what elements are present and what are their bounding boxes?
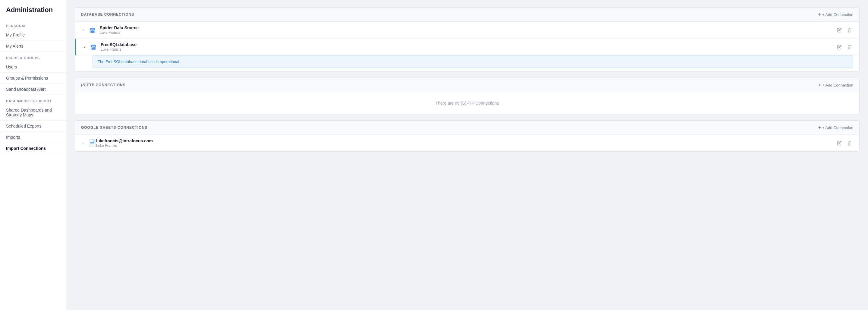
spider-edit-button[interactable] (836, 27, 843, 33)
freesql-row-actions (836, 44, 853, 50)
sidebar-item-my-profile[interactable]: My Profile (0, 30, 66, 41)
chevron-right-icon-gs: › (83, 141, 84, 145)
add-db-connection-button[interactable]: + + Add Connection (818, 12, 853, 17)
lukefrancis-delete-button[interactable] (846, 140, 853, 146)
sidebar-section-users-groups: USERS & GROUPS (0, 52, 66, 61)
sidebar: Administration PERSONAL My Profile My Al… (0, 0, 66, 310)
sidebar-item-send-broadcast[interactable]: Send Broadcast Alert (0, 84, 66, 95)
add-sftp-connection-button[interactable]: + + Add Connection (818, 82, 853, 88)
sftp-connections-title: (S)FTP CONNECTIONS (81, 83, 126, 87)
database-connections-header: DATABASE CONNECTIONS + + Add Connection (75, 7, 859, 22)
freesql-edit-button[interactable] (836, 44, 843, 50)
sftp-plus-icon: + (818, 82, 821, 88)
sidebar-section-data-import-export: DATA IMPORT & EXPORT (0, 95, 66, 105)
sftp-connections-card: (S)FTP CONNECTIONS + + Add Connection Th… (75, 78, 860, 114)
add-sftp-connection-label: + Add Connection (822, 83, 853, 87)
add-gs-connection-label: + Add Connection (822, 125, 853, 130)
sidebar-item-my-alerts[interactable]: My Alerts (0, 41, 66, 52)
main-content: DATABASE CONNECTIONS + + Add Connection … (66, 0, 868, 310)
lukefrancis-gs-row: › lukefrancis@intrafocus.com Luke Franci… (75, 135, 859, 151)
sidebar-item-users[interactable]: Users (0, 61, 66, 73)
spider-connection-info: Spider Data Source Luke Francis (100, 25, 836, 35)
sidebar-item-shared-dashboards[interactable]: Shared Dashboards and Strategy Maps (0, 105, 66, 121)
lukefrancis-connection-name: lukefrancis@intrafocus.com (96, 138, 836, 143)
chevron-down-icon: ∨ (84, 45, 86, 49)
google-sheets-connections-header: GOOGLE SHEETS CONNECTIONS + + Add Connec… (75, 121, 859, 135)
sidebar-item-imports[interactable]: Imports (0, 132, 66, 143)
lukefrancis-expand-button[interactable]: › (81, 141, 87, 145)
spider-connection-row: › Spider Data Source Luke Francis (75, 22, 859, 38)
freesql-connection-row: ∨ FreeSQLdatabase Luke Francis (75, 38, 859, 55)
freesql-connection-user: Luke Francis (101, 47, 836, 52)
sidebar-item-groups-permissions[interactable]: Groups & Permissions (0, 73, 66, 84)
database-connections-card: DATABASE CONNECTIONS + + Add Connection … (75, 7, 860, 72)
freesql-expand-button[interactable]: ∨ (82, 45, 87, 49)
add-gs-connection-button[interactable]: + + Add Connection (818, 125, 853, 130)
google-sheets-connections-card: GOOGLE SHEETS CONNECTIONS + + Add Connec… (75, 120, 860, 152)
lukefrancis-row-actions (836, 140, 853, 146)
freesql-status-message: The FreeSQLdatabase database is operatio… (93, 55, 853, 68)
svg-rect-5 (93, 140, 95, 142)
freesql-connection-name: FreeSQLdatabase (101, 42, 836, 47)
google-sheets-connections-title: GOOGLE SHEETS CONNECTIONS (81, 125, 147, 130)
database-connections-title: DATABASE CONNECTIONS (81, 12, 134, 17)
sidebar-item-scheduled-exports[interactable]: Scheduled Exports (0, 121, 66, 132)
sidebar-section-personal: PERSONAL (0, 20, 66, 30)
lukefrancis-gs-icon (88, 139, 96, 147)
svg-point-2 (91, 45, 96, 47)
lukefrancis-edit-button[interactable] (836, 140, 843, 146)
sftp-connections-header: (S)FTP CONNECTIONS + + Add Connection (75, 78, 859, 92)
svg-point-0 (90, 28, 95, 30)
freesql-delete-button[interactable] (846, 44, 853, 50)
lukefrancis-connection-info: lukefrancis@intrafocus.com Luke Francis (96, 138, 836, 148)
lukefrancis-connection-user: Luke Francis (96, 144, 836, 148)
plus-icon: + (818, 12, 821, 17)
sftp-empty-state: There are no (S)FTP Connections (75, 92, 859, 114)
spider-connection-user: Luke Francis (100, 30, 836, 35)
sidebar-item-import-connections[interactable]: Import Connections (0, 143, 66, 154)
add-db-connection-label: + Add Connection (822, 12, 853, 17)
spider-connection-name: Spider Data Source (100, 25, 836, 30)
sidebar-title: Administration (0, 6, 66, 20)
spider-row-actions (836, 27, 853, 33)
gs-plus-icon: + (818, 125, 821, 130)
spider-db-icon (88, 26, 97, 34)
spider-expand-button[interactable]: › (81, 28, 87, 32)
chevron-right-icon: › (83, 28, 84, 32)
freesql-connection-info: FreeSQLdatabase Luke Francis (101, 42, 836, 52)
spider-delete-button[interactable] (846, 27, 853, 33)
freesql-db-icon (89, 43, 98, 51)
